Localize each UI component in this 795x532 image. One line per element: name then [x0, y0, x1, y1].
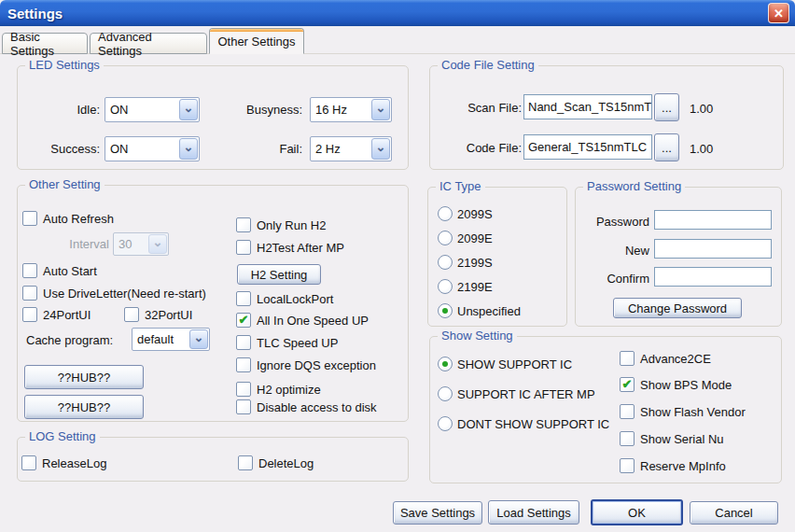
reserve-mpinfo-checkbox[interactable]: ✔ — [620, 458, 635, 473]
show-flash-vendor-label: Show Flash Vendor — [640, 405, 746, 419]
show-bps-mode-label: Show BPS Mode — [640, 378, 732, 392]
h2-optimize-checkbox[interactable]: ✔ — [236, 382, 251, 397]
hub-button-2[interactable]: ??HUB?? — [24, 395, 144, 419]
tab-basic-settings[interactable]: Basic Settings — [2, 33, 88, 54]
tab-advanced-settings[interactable]: Advanced Settings — [90, 33, 207, 54]
releaselog-label: ReleaseLog — [42, 456, 106, 470]
busyness-value: 16 Hz — [311, 98, 370, 121]
scan-file-version: 1.00 — [690, 102, 713, 116]
busyness-select[interactable]: 16 Hz ⌄ — [310, 97, 392, 122]
use-driveletter-checkbox[interactable]: ✔ — [22, 286, 37, 301]
chevron-glyph: ⌄ — [376, 102, 386, 114]
cache-program-select[interactable]: default ⌄ — [132, 328, 210, 351]
radio-dot — [442, 308, 448, 314]
advance2ce-checkbox[interactable]: ✔ — [620, 351, 635, 366]
deletelog-checkbox[interactable]: ✔ — [238, 455, 253, 470]
fail-value: 2 Hz — [311, 137, 370, 161]
all-in-one-speedup-checkbox[interactable]: ✔ — [236, 313, 251, 328]
code-file-value: General_TS15nmTLC — [528, 140, 647, 154]
24portui-checkbox[interactable]: ✔ — [22, 307, 37, 322]
code-file-input[interactable]: General_TS15nmTLC — [523, 134, 652, 160]
ok-button[interactable]: OK — [591, 499, 683, 525]
locallockport-checkbox[interactable]: ✔ — [236, 291, 251, 306]
interval-label: Interval — [55, 237, 109, 251]
tab-other-settings[interactable]: Other Settings — [209, 28, 304, 54]
chevron-glyph: ⌄ — [184, 102, 194, 114]
ic-type-radio-2199s[interactable] — [438, 255, 453, 270]
auto-start-checkbox[interactable]: ✔ — [22, 263, 37, 278]
h2-optimize-label: H2 optimize — [257, 383, 321, 397]
hub-button-1[interactable]: ??HUB?? — [24, 365, 144, 389]
interval-value: 30 — [114, 233, 147, 255]
cancel-button[interactable]: Cancel — [690, 501, 778, 525]
32portui-checkbox[interactable]: ✔ — [124, 307, 139, 322]
disable-access-checkbox[interactable]: ✔ — [236, 399, 251, 414]
tlc-speedup-checkbox[interactable]: ✔ — [236, 335, 251, 350]
ic-type-radio-2099s[interactable] — [438, 206, 453, 221]
cache-program-label: Cache program: — [26, 333, 113, 347]
fail-select[interactable]: 2 Hz ⌄ — [310, 136, 392, 161]
show-flash-vendor-checkbox[interactable]: ✔ — [620, 404, 635, 419]
scan-file-input[interactable]: Nand_Scan_TS15nmT — [523, 94, 652, 119]
ignore-dqs-label: Ignore DQS exception — [257, 358, 376, 372]
chevron-down-icon[interactable]: ⌄ — [179, 138, 198, 160]
success-select[interactable]: ON ⌄ — [105, 136, 200, 161]
success-label: Success: — [35, 142, 100, 156]
chevron-down-icon: ⌄ — [148, 234, 167, 254]
32portui-label: 32PortUI — [145, 308, 192, 322]
other-setting-caption: Other Setting — [25, 177, 105, 191]
chevron-down-icon[interactable]: ⌄ — [179, 99, 198, 120]
h2-setting-button[interactable]: H2 Setting — [237, 264, 321, 285]
password-label: Password — [585, 215, 649, 229]
chevron-glyph: ⌄ — [153, 236, 163, 248]
code-file-version: 1.00 — [690, 142, 713, 156]
show-serial-nu-checkbox[interactable]: ✔ — [620, 431, 635, 446]
idle-value: ON — [105, 98, 178, 121]
close-button[interactable]: ✕ — [768, 3, 789, 23]
code-file-setting-caption: Code File Setting — [438, 58, 538, 72]
scan-file-label: Scan File: — [449, 101, 522, 115]
h2test-after-mp-checkbox[interactable]: ✔ — [236, 240, 251, 255]
ignore-dqs-checkbox[interactable]: ✔ — [236, 357, 251, 372]
idle-select[interactable]: ON ⌄ — [105, 97, 200, 122]
change-password-button[interactable]: Change Password — [613, 298, 742, 318]
code-file-label: Code File: — [449, 141, 522, 155]
auto-start-label: Auto Start — [43, 264, 97, 278]
ic-type-radio-2099e[interactable] — [438, 231, 453, 245]
save-settings-button[interactable]: Save Settings — [393, 501, 482, 525]
settings-window: Settings ✕ Basic Settings Advanced Setti… — [0, 0, 795, 532]
tlc-speedup-label: TLC Speed UP — [257, 336, 338, 350]
releaselog-checkbox[interactable]: ✔ — [21, 455, 36, 470]
advance2ce-label: Advance2CE — [640, 352, 711, 366]
support-ic-after-mp-label: SUPPORT IC AFTER MP — [457, 387, 595, 401]
password-field[interactable] — [654, 210, 772, 230]
confirm-password-field[interactable] — [654, 267, 772, 287]
scan-file-value: Nand_Scan_TS15nmT — [528, 100, 651, 114]
chevron-down-icon[interactable]: ⌄ — [189, 329, 208, 349]
chevron-glyph: ⌄ — [376, 141, 386, 153]
ic-type-radio-unspecified[interactable] — [438, 303, 453, 318]
chevron-down-icon[interactable]: ⌄ — [371, 99, 390, 120]
code-file-browse-button[interactable]: ... — [654, 133, 679, 161]
show-support-ic-radio[interactable] — [438, 357, 453, 371]
led-settings-caption: LED Settings — [25, 58, 104, 72]
titlebar: Settings ✕ — [0, 0, 795, 26]
ic-type-group: IC Type 2099S 2099E 2199S 2199E Unspecif… — [427, 187, 567, 327]
dont-show-support-ic-radio[interactable] — [438, 416, 453, 431]
support-ic-after-mp-radio[interactable] — [438, 386, 453, 401]
24portui-label: 24PortUI — [43, 308, 91, 322]
confirm-password-label: Confirm — [585, 272, 649, 286]
chevron-down-icon[interactable]: ⌄ — [371, 138, 390, 160]
log-setting-caption: LOG Setting — [25, 429, 100, 443]
show-setting-caption: Show Setting — [438, 329, 517, 343]
new-password-field[interactable] — [654, 239, 772, 259]
load-settings-button[interactable]: Load Settings — [488, 500, 579, 525]
show-bps-mode-checkbox[interactable]: ✔ — [620, 377, 635, 392]
auto-refresh-checkbox[interactable]: ✔ — [22, 211, 37, 226]
scan-file-browse-button[interactable]: ... — [654, 93, 679, 121]
code-file-setting-group: Code File Setting Scan File: Nand_Scan_T… — [429, 65, 784, 170]
ic-type-radio-2199e[interactable] — [438, 279, 453, 294]
interval-select: 30 ⌄ — [113, 232, 169, 256]
only-run-h2-checkbox[interactable]: ✔ — [236, 217, 251, 232]
show-serial-nu-label: Show Serial Nu — [640, 432, 724, 446]
